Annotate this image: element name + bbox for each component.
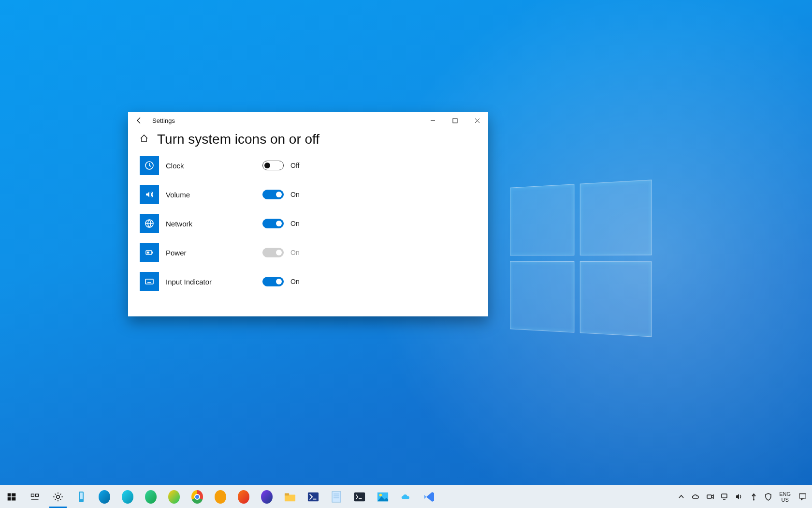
row-label: Clock [166,162,262,170]
taskbar-app-photos[interactable] [371,485,394,508]
taskbar-app-firefox-nightly[interactable] [255,485,278,508]
row-label: Network [166,220,262,228]
row-network: Network On [140,214,477,233]
svg-rect-17 [8,497,11,500]
row-clock: Clock Off [140,156,477,175]
taskbar-app-edge-dev[interactable] [139,485,162,508]
taskbar-app-settings[interactable] [46,485,70,508]
toggle-power [262,248,284,257]
row-label: Volume [166,191,262,199]
network-icon [140,214,159,233]
lang-line-1: ENG [779,491,791,497]
gear-icon [52,491,64,503]
taskbar-app-edge-canary[interactable] [162,485,186,508]
row-label: Input Indicator [166,278,262,286]
tray-network-icon[interactable] [718,485,731,508]
toggle-input-indicator[interactable] [262,277,284,286]
taskbar-app-onedrive[interactable] [394,485,418,508]
keyboard-icon [140,272,159,291]
svg-rect-20 [36,494,39,496]
toggle-network[interactable] [262,219,284,228]
row-volume: Volume On [140,185,477,204]
task-view-button[interactable] [23,485,46,508]
tray-meet-now-icon[interactable] [704,485,716,508]
svg-rect-29 [332,492,341,502]
start-button[interactable] [0,485,23,508]
clock-icon [140,156,159,175]
svg-rect-19 [31,494,34,496]
toggle-clock[interactable] [262,161,284,170]
svg-point-22 [57,495,59,498]
back-button[interactable] [128,112,150,129]
row-input-indicator: Input Indicator On [140,272,477,291]
svg-rect-26 [285,493,289,495]
taskbar-app-notepad[interactable] [325,485,348,508]
taskbar-app-edge-beta[interactable] [116,485,139,508]
toggle-state-label: On [290,249,300,256]
home-button[interactable] [140,134,148,145]
tray-onedrive-icon[interactable] [689,485,702,508]
toggle-state-label: On [290,191,300,198]
taskbar-app-edge[interactable] [93,485,116,508]
tray-overflow-button[interactable] [675,485,687,508]
settings-content: Turn system icons on or off Clock Off Vo… [128,129,488,316]
svg-rect-15 [8,493,11,496]
svg-point-36 [379,493,382,496]
taskbar-app-chrome[interactable] [186,485,209,508]
svg-rect-33 [354,492,365,501]
tray-security-icon[interactable] [762,485,774,508]
taskbar-app-firefox[interactable] [232,485,255,508]
svg-rect-41 [799,494,806,498]
svg-rect-38 [722,494,727,498]
toggle-state-label: On [290,220,300,227]
svg-rect-24 [80,493,83,499]
svg-rect-27 [308,492,319,501]
taskbar-app-terminal[interactable] [348,485,371,508]
tray-action-center-button[interactable] [796,493,809,501]
taskbar-app-vscode[interactable] [418,485,441,508]
svg-rect-16 [12,493,15,496]
row-label: Power [166,249,262,257]
row-power: Power On [140,243,477,262]
taskbar-app-chrome-canary[interactable] [209,485,232,508]
power-icon [140,243,159,262]
task-view-icon [29,491,41,503]
taskbar: ENG US [0,485,812,508]
volume-icon [140,185,159,204]
maximize-button[interactable] [444,112,466,129]
system-tray: ENG US [672,485,812,508]
tray-volume-icon[interactable] [733,485,745,508]
windows-logo-wallpaper [510,179,653,338]
lang-line-2: US [779,497,791,503]
windows-start-icon [6,491,17,503]
svg-rect-9 [145,279,153,284]
settings-window: Settings Turn system icons on or off Clo… [128,112,488,316]
tray-usb-icon[interactable] [747,485,760,508]
svg-rect-25 [285,494,295,501]
taskbar-app-powershell[interactable] [302,485,325,508]
svg-rect-8 [147,252,149,254]
toggle-volume[interactable] [262,190,284,199]
taskbar-app-explorer[interactable] [278,485,302,508]
svg-rect-18 [12,497,15,500]
svg-rect-1 [453,119,457,123]
svg-point-40 [753,499,754,501]
page-title: Turn system icons on or off [157,132,319,147]
svg-rect-37 [707,495,711,498]
toggle-state-label: Off [290,162,299,169]
taskbar-app-phone[interactable] [70,485,93,508]
tray-language-indicator[interactable]: ENG US [776,491,794,503]
window-title: Settings [152,117,175,124]
toggle-state-label: On [290,278,300,285]
titlebar: Settings [128,112,488,129]
svg-rect-7 [152,252,153,254]
minimize-button[interactable] [421,112,444,129]
close-button[interactable] [466,112,488,129]
